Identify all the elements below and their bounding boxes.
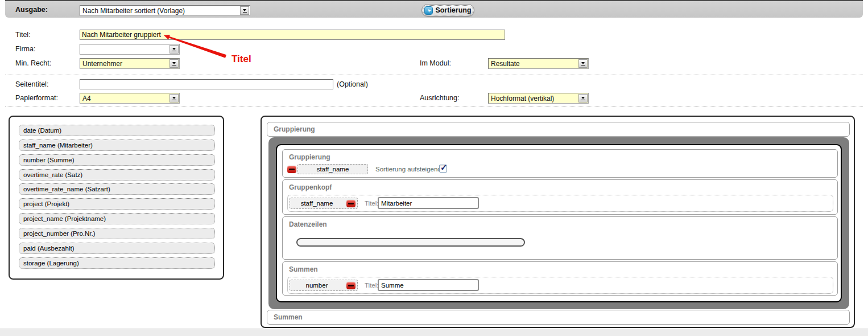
group-header-titel-label: Titel: bbox=[365, 200, 379, 207]
remove-group-sums-field-button[interactable] bbox=[346, 282, 356, 289]
group-sums-field-chip[interactable]: number bbox=[290, 280, 358, 291]
min-recht-label: Min. Recht: bbox=[15, 59, 51, 67]
report-builder-panel: Gruppierung Gruppierung staff_name Sorti… bbox=[261, 116, 855, 328]
output-template-select[interactable]: Nach Mitarbeiter sortiert (Vorlage) bbox=[80, 5, 250, 16]
remove-group-header-field-button[interactable] bbox=[346, 200, 356, 207]
field-chip-overtime-rate-name[interactable]: overtime_rate_name (Satzart) bbox=[19, 183, 215, 195]
separator bbox=[5, 106, 863, 106]
group-sums-titel-input[interactable] bbox=[378, 279, 479, 291]
sums-section-header: Summen bbox=[267, 310, 850, 325]
field-chip-overtime-rate[interactable]: overtime_rate (Satz) bbox=[19, 169, 215, 181]
group-sums-row: number Titel: bbox=[287, 277, 833, 294]
annotation-label: Titel bbox=[232, 54, 251, 65]
group-inner-panel: Gruppierung staff_name Sortierung aufste… bbox=[276, 144, 842, 302]
output-toolbar: Ausgabe: Nach Mitarbeiter sortiert (Vorl… bbox=[5, 0, 863, 18]
seitentitel-label: Seitentitel: bbox=[15, 80, 48, 88]
papierformat-dropdown-button[interactable] bbox=[170, 94, 179, 103]
im-modul-label: Im Modul: bbox=[420, 59, 451, 67]
firma-label: Firma: bbox=[15, 45, 35, 53]
im-modul-value: Resultate bbox=[491, 60, 520, 68]
data-rows-box: Datenzeilen bbox=[282, 216, 838, 260]
papierformat-label: Papierformat: bbox=[15, 94, 58, 102]
available-fields-panel: date (Datum) staff_name (Mitarbeiter) nu… bbox=[9, 116, 224, 280]
sort-ascending-checkbox[interactable] bbox=[439, 165, 447, 173]
dropdown-arrow-icon bbox=[172, 62, 176, 64]
group-header-title: Gruppenkopf bbox=[289, 183, 332, 191]
grouping-section-header: Gruppierung bbox=[267, 122, 850, 137]
separator bbox=[5, 75, 863, 75]
grouping-box-title: Gruppierung bbox=[289, 153, 330, 161]
dropdown-arrow-icon bbox=[581, 97, 585, 99]
seitentitel-input[interactable] bbox=[80, 79, 333, 89]
group-header-field-chip[interactable]: staff_name bbox=[290, 198, 358, 209]
field-chip-number[interactable]: number (Summe) bbox=[19, 154, 215, 166]
sort-cursor-icon: ➤ bbox=[424, 6, 433, 15]
titel-input[interactable] bbox=[80, 30, 505, 40]
output-template-value: Nach Mitarbeiter sortiert (Vorlage) bbox=[82, 7, 185, 15]
papierformat-select[interactable]: A4 bbox=[80, 93, 180, 104]
ausrichtung-dropdown-button[interactable] bbox=[578, 94, 588, 103]
annotation-arrow bbox=[161, 31, 232, 61]
data-rows-dropzone[interactable] bbox=[296, 238, 525, 247]
dropdown-arrow-bar bbox=[581, 100, 585, 100]
dropdown-arrow-bar bbox=[243, 12, 247, 13]
output-template-dropdown-button[interactable] bbox=[240, 6, 249, 15]
group-header-row: staff_name Titel: bbox=[287, 195, 833, 212]
group-sums-box: Summen number Titel: bbox=[282, 261, 838, 296]
field-chip-storage[interactable]: storage (Lagerung) bbox=[19, 257, 215, 269]
field-chip-paid[interactable]: paid (Ausbezahlt) bbox=[19, 243, 215, 254]
sortierung-button-label: Sortierung bbox=[435, 6, 471, 14]
field-chip-project-number[interactable]: project_number (Pro.Nr.) bbox=[19, 228, 215, 239]
papierformat-value: A4 bbox=[82, 95, 91, 103]
group-sums-title: Summen bbox=[289, 265, 318, 273]
sortierung-button[interactable]: ➤ Sortierung bbox=[421, 4, 474, 17]
data-rows-title: Datenzeilen bbox=[289, 220, 327, 228]
dropdown-arrow-icon bbox=[172, 97, 176, 99]
group-sums-titel-label: Titel: bbox=[365, 282, 379, 289]
remove-grouping-field-button[interactable] bbox=[287, 166, 296, 173]
seitentitel-optional-hint: (Optional) bbox=[337, 80, 368, 88]
im-modul-dropdown-button[interactable] bbox=[578, 59, 588, 68]
group-sums-field-label: number bbox=[290, 282, 344, 289]
dropdown-arrow-icon bbox=[581, 62, 585, 64]
group-header-field-label: staff_name bbox=[290, 200, 344, 207]
dropdown-arrow-bar bbox=[172, 100, 176, 100]
im-modul-select[interactable]: Resultate bbox=[488, 58, 589, 69]
grouping-box: Gruppierung staff_name Sortierung aufste… bbox=[282, 149, 838, 178]
grouping-field-chip[interactable]: staff_name bbox=[297, 164, 368, 174]
sort-ascending-label: Sortierung aufsteigend: bbox=[375, 166, 443, 173]
ausrichtung-label: Ausrichtung: bbox=[420, 94, 459, 102]
dropdown-arrow-bar bbox=[172, 65, 176, 65]
ausrichtung-select[interactable]: Hochformat (vertikal) bbox=[488, 93, 589, 104]
dropdown-arrow-bar bbox=[581, 65, 585, 65]
titel-label: Titel: bbox=[15, 31, 31, 39]
sums-section-title: Summen bbox=[274, 313, 303, 321]
field-chip-date[interactable]: date (Datum) bbox=[19, 125, 215, 136]
group-header-box: Gruppenkopf staff_name Titel: bbox=[282, 179, 838, 215]
field-chip-project-name[interactable]: project_name (Projektname) bbox=[19, 213, 215, 224]
dropdown-arrow-icon bbox=[243, 9, 246, 11]
group-frame: Gruppierung staff_name Sortierung aufste… bbox=[268, 137, 849, 309]
min-recht-value: Unternehmer bbox=[82, 60, 122, 68]
field-chip-project[interactable]: project (Projekt) bbox=[19, 198, 215, 210]
grouping-section-title: Gruppierung bbox=[274, 125, 315, 133]
ausrichtung-value: Hochformat (vertikal) bbox=[491, 95, 554, 103]
page: Ausgabe: Nach Mitarbeiter sortiert (Vorl… bbox=[0, 0, 868, 329]
output-label: Ausgabe: bbox=[15, 6, 48, 14]
group-header-titel-input[interactable] bbox=[378, 197, 479, 209]
field-chip-staff-name[interactable]: staff_name (Mitarbeiter) bbox=[19, 140, 215, 151]
